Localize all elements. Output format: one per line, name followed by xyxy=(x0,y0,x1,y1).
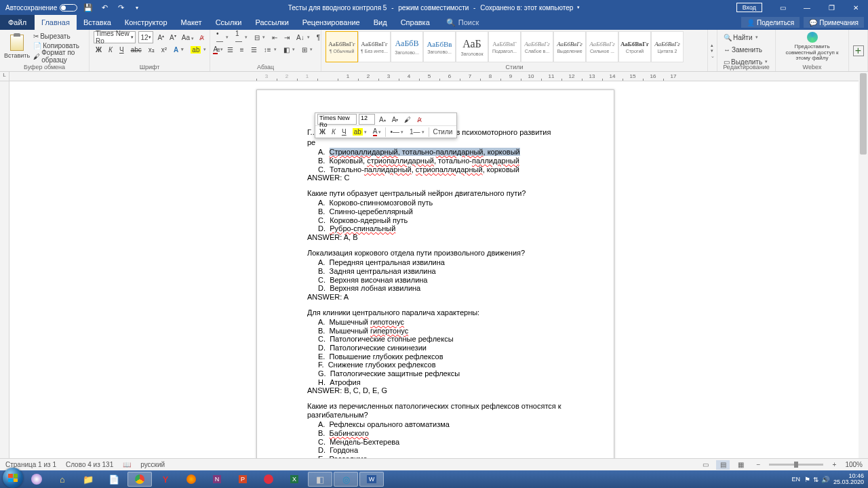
taskbar-powerpoint-icon[interactable]: P xyxy=(231,472,255,487)
mini-highlight[interactable]: ab xyxy=(351,127,369,138)
mini-clear-format[interactable]: A̷ xyxy=(415,114,424,125)
document-page[interactable]: Г... ...................................… xyxy=(256,89,614,466)
numbering-button[interactable]: 1— xyxy=(233,31,250,43)
taskbar-excel-icon[interactable]: X xyxy=(282,472,307,487)
italic-button[interactable]: К xyxy=(106,43,115,56)
shrink-font-button[interactable]: A▾ xyxy=(168,33,178,41)
maximize-button[interactable]: ❐ xyxy=(819,0,844,15)
styles-gallery[interactable]: АаБбВвГг¶ ОбычныйАаБбВвГг¶ Без инте...Аа… xyxy=(326,31,703,62)
vertical-ruler[interactable] xyxy=(0,81,9,466)
taskbar-firefox-icon[interactable] xyxy=(179,472,203,487)
paste-button[interactable]: Вставить xyxy=(4,31,30,62)
align-center-button[interactable]: ☰ xyxy=(225,43,235,56)
tell-me-search[interactable]: 🔍 Поиск xyxy=(446,15,479,30)
taskbar-onenote-icon[interactable]: N xyxy=(205,472,229,487)
tab-review[interactable]: Рецензирование xyxy=(296,15,367,30)
taskbar-unknown-icon[interactable]: ◧ xyxy=(308,472,332,487)
taskbar-notepad-icon[interactable]: 📄 xyxy=(102,472,126,487)
mini-shrink-font[interactable]: A▾ xyxy=(390,114,401,125)
grow-font-button[interactable]: A▴ xyxy=(156,33,165,41)
zoom-out-button[interactable]: − xyxy=(751,460,765,470)
line-spacing-button[interactable]: ↕≡ xyxy=(262,43,279,56)
taskbar-app-icon[interactable]: ⌂ xyxy=(50,472,75,487)
taskbar-yandex-icon[interactable] xyxy=(24,472,49,487)
undo-icon[interactable]: ↶ xyxy=(99,2,110,13)
strike-button[interactable]: abc xyxy=(129,43,144,56)
style-item[interactable]: АаБбВвГгСильное ... xyxy=(586,31,618,62)
mini-size-select[interactable]: 12 xyxy=(359,114,375,125)
tab-view[interactable]: Вид xyxy=(367,15,394,30)
horizontal-ruler[interactable]: 3211234567891011121314151617 xyxy=(9,72,859,81)
redo-icon[interactable]: ↷ xyxy=(115,2,126,13)
style-item[interactable]: АаБбВвЗаголово... xyxy=(423,31,456,62)
justify-button[interactable]: ☰ xyxy=(249,43,259,56)
subscript-button[interactable]: x₂ xyxy=(146,43,157,56)
webex-share-button[interactable]: Предоставить совместный доступ к этому ф… xyxy=(780,44,844,61)
align-right-button[interactable]: ≡ xyxy=(238,43,246,56)
zoom-slider[interactable] xyxy=(769,464,823,466)
tab-help[interactable]: Справка xyxy=(394,15,437,30)
mini-bullets[interactable]: •— xyxy=(388,127,406,138)
tab-design[interactable]: Конструктор xyxy=(118,15,174,30)
share-button[interactable]: 👤Поделиться xyxy=(741,17,800,28)
style-item[interactable]: АаБбВЗаголово... xyxy=(391,31,423,62)
bold-button[interactable]: Ж xyxy=(94,43,104,56)
decrease-indent-button[interactable]: ⇤ xyxy=(270,31,279,43)
spellcheck-icon[interactable]: 📖 xyxy=(123,461,131,468)
find-button[interactable]: 🔍Найти xyxy=(722,31,771,43)
format-painter-button[interactable]: 🖌Формат по образцу xyxy=(31,50,85,62)
mini-bold[interactable]: Ж xyxy=(317,127,328,138)
styles-more[interactable]: ⌄ xyxy=(711,54,715,59)
tray-volume-icon[interactable]: 🔊 xyxy=(821,476,829,483)
tab-insert[interactable]: Вставка xyxy=(77,15,118,30)
save-icon[interactable]: 💾 xyxy=(83,2,94,13)
cut-button[interactable]: ✂Вырезать xyxy=(31,31,85,41)
style-item[interactable]: АаБбВвГгВыделение xyxy=(553,31,586,62)
minimize-button[interactable]: — xyxy=(795,0,819,15)
qat-more-icon[interactable]: ▾ xyxy=(132,2,142,13)
mini-grow-font[interactable]: A▴ xyxy=(377,114,388,125)
language-status[interactable]: русский xyxy=(140,461,165,468)
mini-font-color[interactable]: A xyxy=(371,127,384,138)
styles-scroll-down[interactable]: ▾ xyxy=(711,48,715,54)
font-name-select[interactable]: Times New Ro▾ xyxy=(94,31,136,43)
tab-home[interactable]: Главная xyxy=(35,15,77,30)
highlight-button[interactable]: ab xyxy=(189,43,208,56)
comments-button[interactable]: 💬Примечания xyxy=(804,17,864,28)
change-case-button[interactable]: Aa xyxy=(180,34,195,41)
sort-button[interactable]: A↓ xyxy=(294,31,312,43)
scroll-thumb[interactable] xyxy=(860,73,867,155)
vertical-scrollbar[interactable]: ▴ ▾ xyxy=(859,72,868,466)
multilevel-button[interactable]: ⊟ xyxy=(252,31,267,43)
autosave-toggle[interactable]: Автосохранение xyxy=(5,4,77,12)
tab-references[interactable]: Ссылки xyxy=(209,15,249,30)
align-left-button[interactable]: ≡ xyxy=(214,43,222,56)
style-item[interactable]: АаБЗаголовок xyxy=(456,31,488,62)
taskbar-chrome-icon[interactable] xyxy=(127,472,152,487)
taskbar-yandex-browser-icon[interactable]: Y xyxy=(153,472,178,487)
web-layout-button[interactable]: ▦ xyxy=(734,460,747,470)
tray-flag-icon[interactable]: ⚑ xyxy=(804,476,810,483)
superscript-button[interactable]: x² xyxy=(159,43,169,56)
word-count[interactable]: Слово 4 из 131 xyxy=(66,461,113,468)
print-layout-button[interactable]: ▤ xyxy=(716,460,730,470)
webex-add-button[interactable]: + xyxy=(853,45,864,56)
clear-format-button[interactable]: A̷ xyxy=(198,34,205,41)
login-button[interactable]: Вход xyxy=(736,3,762,12)
tab-file[interactable]: Файл xyxy=(0,15,35,30)
ribbon-display-icon[interactable]: ▭ xyxy=(770,0,795,15)
style-item[interactable]: АаБбВвГг¶ Без инте... xyxy=(358,31,391,62)
underline-button[interactable]: Ч xyxy=(117,43,126,56)
tray-lang[interactable]: EN xyxy=(791,476,800,483)
read-mode-button[interactable]: ▭ xyxy=(698,460,712,470)
style-item[interactable]: АаБбВвГг¶ Обычный xyxy=(326,31,358,62)
styles-scroll-up[interactable]: ▴ xyxy=(711,43,715,48)
borders-button[interactable]: ⊞ xyxy=(300,43,315,56)
taskbar-explorer-icon[interactable]: 📁 xyxy=(76,472,100,487)
font-size-select[interactable]: 12▾ xyxy=(138,31,153,43)
taskbar-app2-icon[interactable]: ◎ xyxy=(334,472,358,487)
style-item[interactable]: АаБбВвГгСлабое в... xyxy=(521,31,553,62)
replace-button[interactable]: ↔Заменить xyxy=(722,43,771,56)
style-item[interactable]: АаБбВвГгСтрогий xyxy=(618,31,651,62)
tab-layout[interactable]: Макет xyxy=(174,15,209,30)
